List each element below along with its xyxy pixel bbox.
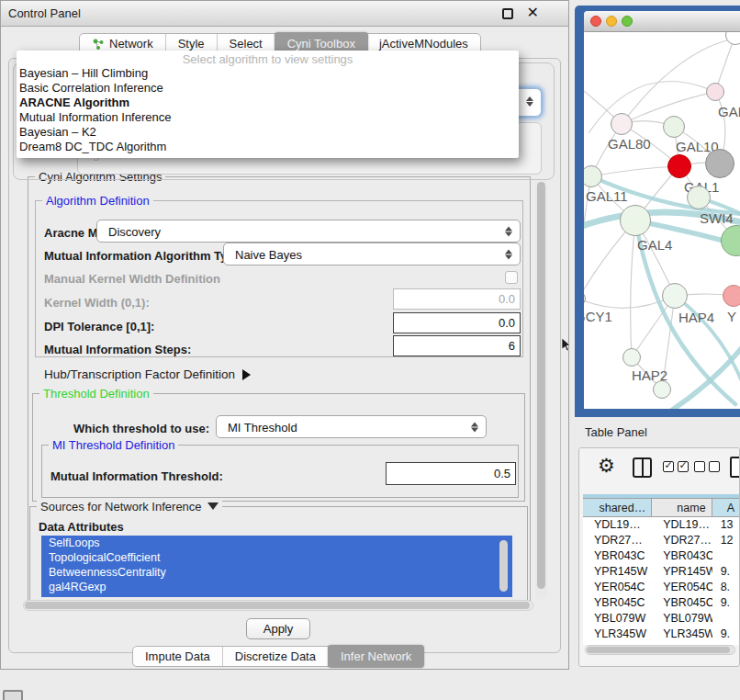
tab-label: jActiveMNodules (379, 37, 468, 51)
zoom-traffic-light-icon[interactable] (622, 16, 633, 27)
table-body: YDL19…YDL19…13YDR27…YDR27…12YBR043CYBR04… (583, 517, 740, 645)
attribute-item[interactable]: gal4RGexp (41, 580, 512, 594)
control-panel-titlebar[interactable]: Control Panel ✕ (1, 1, 568, 27)
table-cell (712, 611, 740, 627)
mi-threshold-input[interactable]: 0.5 (386, 462, 516, 485)
table-cell: YPR145W (652, 564, 712, 580)
settings-vertical-scrollbar[interactable] (535, 180, 547, 600)
network-inner-window: GALGAL80GAL10GAL1GAL11SWI4GAL4GCY1HAP4YH… (584, 11, 740, 409)
float-window-icon[interactable] (502, 8, 513, 19)
combo-arrows-icon (505, 226, 512, 236)
minimize-traffic-light-icon[interactable] (606, 16, 617, 27)
network-node-gal[interactable] (706, 83, 724, 101)
dpi-tolerance-input[interactable]: 0.0 (393, 312, 521, 333)
screen: Control Panel ✕ NetworkStyleSelectCyni T… (0, 0, 740, 700)
mi-steps-label: Mutual Information Steps: (44, 343, 191, 356)
manual-kernel-checkbox[interactable] (505, 271, 518, 284)
gear-icon[interactable]: ⚙ (598, 455, 615, 477)
attribute-item[interactable]: BetweennessCentrality (41, 565, 512, 580)
network-view-window[interactable]: GALGAL80GAL10GAL1GAL11SWI4GAL4GCY1HAP4YH… (575, 6, 740, 417)
table-row[interactable]: YER054CYER054C8. (583, 580, 740, 595)
tab-label: Impute Data (145, 649, 210, 663)
network-titlebar[interactable] (584, 11, 740, 32)
kernel-width-input[interactable]: 0.0 (393, 288, 521, 310)
minimized-window-icon[interactable] (3, 690, 23, 700)
table-cell: YER054C (652, 580, 712, 595)
table-cell: YBR043C (583, 548, 652, 564)
table-horizontal-scrollbar[interactable] (585, 645, 735, 655)
sources-title-text: Sources for Network Inference (40, 500, 202, 514)
dropdown-item[interactable]: Mutual Information Inference (17, 110, 519, 125)
new-table-icon[interactable] (730, 457, 740, 478)
network-node[interactable] (705, 149, 734, 178)
threshold-definition-title: Threshold Definition (39, 387, 153, 401)
network-node-gal1[interactable] (667, 154, 691, 178)
settings-horizontal-scrollbar[interactable] (23, 600, 533, 611)
table-row[interactable]: YBR043CYBR043C (583, 548, 740, 564)
data-attributes-label: Data Attributes (39, 520, 124, 534)
attr-items: SelfLoopsTopologicalCoefficientBetweenne… (41, 536, 512, 594)
column-header[interactable]: name (652, 498, 712, 517)
attribute-item[interactable]: SelfLoops (41, 536, 512, 550)
table-row[interactable]: YDR27…YDR27…12 (583, 533, 740, 548)
dropdown-item[interactable]: Bayesian – Hill Climbing (17, 66, 519, 81)
dropdown-item[interactable]: Bayesian – K2 (17, 125, 519, 140)
table-row[interactable]: YDL19…YDL19…13 (583, 517, 740, 533)
network-node-hap2[interactable] (622, 348, 641, 367)
sources-title[interactable]: Sources for Network Inference (37, 500, 222, 514)
deselect-all-checkboxes-icon[interactable] (694, 461, 720, 472)
network-icon (92, 38, 105, 51)
mi-steps-input[interactable]: 6 (393, 335, 521, 356)
table-row[interactable]: YLR345WYLR345W9. (583, 627, 740, 642)
network-node-hap4[interactable] (662, 283, 688, 309)
apply-button[interactable]: Apply (246, 618, 310, 639)
hub-definition-toggle[interactable]: Hub/Transcription Factor Definition (44, 367, 251, 381)
network-node-y[interactable] (723, 285, 740, 307)
tab-discretize-data[interactable]: Discretize Data (223, 647, 329, 666)
dpi-tolerance-label: DPI Tolerance [0,1]: (44, 320, 154, 333)
aracne-mode-select[interactable]: Discovery (96, 220, 521, 243)
network-node[interactable] (653, 380, 671, 399)
table-cell: YDR27… (652, 533, 712, 548)
network-node-label: GAL4 (637, 237, 672, 253)
table-row[interactable]: YBR045CYBR045C9. (583, 595, 740, 611)
algorithm-dropdown-list: Bayesian – Hill ClimbingBasic Correlatio… (17, 66, 519, 154)
network-node-label: SWI4 (700, 210, 734, 226)
select-all-checkboxes-icon[interactable] (663, 461, 689, 472)
table-cell: YER054C (583, 580, 652, 595)
tab-impute-data[interactable]: Impute Data (133, 647, 223, 666)
network-canvas[interactable]: GALGAL80GAL10GAL1GAL11SWI4GAL4GCY1HAP4YH… (584, 32, 740, 409)
close-traffic-light-icon[interactable] (590, 16, 601, 27)
tab-label: Cyni Toolbox (287, 37, 355, 51)
network-node-label: GAL11 (586, 188, 628, 204)
tab-label: Infer Network (341, 649, 411, 663)
dropdown-item[interactable]: Basic Correlation Inference (17, 81, 519, 96)
attr-list-scrollbar[interactable] (499, 540, 508, 592)
table-cell: YDL19… (652, 517, 712, 533)
tab-infer-network[interactable]: Infer Network (328, 645, 424, 668)
network-node-swi4[interactable] (687, 186, 711, 209)
data-attributes-list[interactable]: SelfLoopsTopologicalCoefficientBetweenne… (41, 536, 512, 597)
tab-label: Network (109, 37, 153, 51)
table-row[interactable]: YPR145WYPR145W9. (583, 564, 740, 580)
column-header[interactable]: shared… (583, 498, 652, 517)
attribute-item[interactable]: TopologicalCoefficient (41, 550, 512, 565)
table-cell: YBL079W (583, 611, 652, 627)
close-icon[interactable]: ✕ (527, 4, 539, 21)
tab-label: Style (178, 37, 205, 51)
network-node-gal80[interactable] (611, 113, 633, 135)
dropdown-item[interactable]: Dream8 DC_TDC Algorithm (17, 140, 519, 154)
dropdown-item[interactable]: ARACNE Algorithm (17, 96, 519, 110)
column-header[interactable]: A (712, 498, 740, 517)
table-cell: YLR345W (652, 627, 712, 642)
table-row[interactable]: YBL079WYBL079W (583, 611, 740, 627)
table-panel: ⚙ shared…nameA YDL19…YDL19…13YDR27…YDR27… (578, 447, 740, 667)
network-node-gal10[interactable] (663, 116, 685, 138)
network-node-gal4[interactable] (620, 205, 651, 236)
mi-type-select[interactable]: Naive Bayes (223, 243, 521, 265)
columns-icon[interactable] (633, 457, 652, 478)
which-threshold-select[interactable]: MI Threshold (216, 415, 487, 438)
network-node-label: HAP4 (678, 310, 714, 325)
algorithm-dropdown-popup: Select algorithm to view settings Bayesi… (17, 51, 519, 158)
aracne-mode-value: Discovery (108, 224, 161, 238)
